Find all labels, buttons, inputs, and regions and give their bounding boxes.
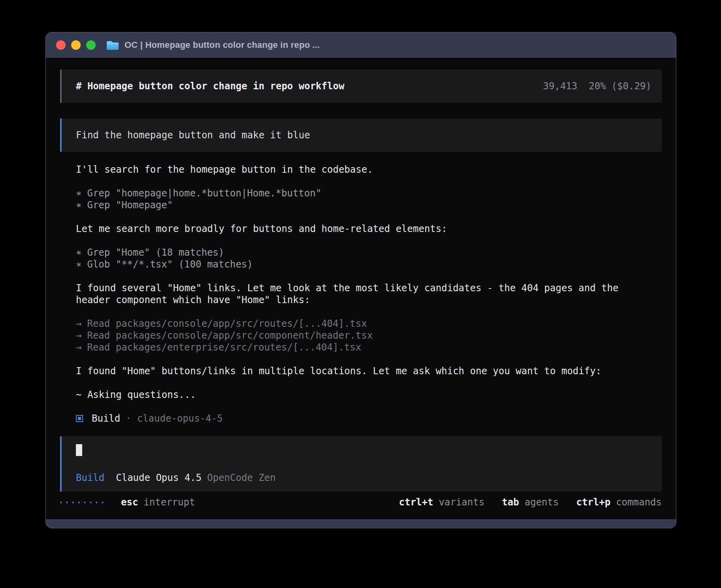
window-title: OC | Homepage button color change in rep…	[125, 40, 320, 50]
assistant-paragraph: I found "Home" buttons/links in multiple…	[76, 365, 624, 377]
assistant-paragraph: I'll search for the homepage button in t…	[76, 164, 624, 175]
dot-separator: ·	[126, 413, 131, 424]
tool-call-text: Grep "Homepage"	[87, 199, 173, 211]
hint-variants: ctrl+t variants	[399, 496, 484, 508]
hint-commands: ctrl+p commands	[576, 496, 662, 508]
hint-label: agents	[525, 496, 559, 508]
footer-right: ctrl+t variants tab agents ctrl+p comman…	[399, 496, 662, 508]
arrow-right-icon: →	[76, 330, 81, 341]
assistant-transcript: I'll search for the homepage button in t…	[60, 164, 662, 424]
session-stats: 39,413 20% ($0.29)	[543, 80, 651, 92]
desktop: OC | Homepage button color change in rep…	[0, 0, 721, 588]
read-file-group: → Read packages/console/app/src/routes/[…	[76, 318, 662, 353]
assistant-paragraph: Let me search more broadly for buttons a…	[76, 223, 624, 235]
agent-model: claude-opus-4-5	[137, 413, 223, 424]
asterisk-icon: ∗	[76, 199, 81, 211]
terminal: # Homepage button color change in repo w…	[46, 58, 676, 519]
tool-call-text: Glob "**/*.tsx" (100 matches)	[87, 258, 253, 270]
folder-icon	[106, 40, 119, 51]
read-file-text: Read packages/console/app/src/component/…	[87, 330, 372, 341]
text-cursor	[76, 444, 82, 456]
tool-call-group: ∗ Grep "Home" (18 matches) ∗ Glob "**/*.…	[76, 247, 662, 270]
user-message-text: Find the homepage button and make it blu…	[76, 130, 310, 141]
context-percent: 20%	[589, 80, 606, 92]
tool-call-text: Grep "Home" (18 matches)	[87, 247, 224, 258]
close-button[interactable]	[56, 40, 66, 50]
tool-call-text: Grep "homepage|home.*button|Home.*button…	[87, 187, 321, 199]
read-file-line: → Read packages/console/app/src/componen…	[76, 330, 662, 341]
asterisk-icon: ∗	[76, 247, 81, 258]
asterisk-icon: ∗	[76, 187, 81, 199]
prompt-input[interactable]: Build Claude Opus 4.5 OpenCode Zen	[60, 436, 662, 492]
titlebar: OC | Homepage button color change in rep…	[46, 32, 676, 58]
input-meta-row: Build Claude Opus 4.5 OpenCode Zen	[76, 472, 651, 484]
minimize-button[interactable]	[71, 40, 81, 50]
hint-interrupt: esc interrupt	[121, 496, 195, 508]
read-file-line: → Read packages/console/app/src/routes/[…	[76, 318, 662, 330]
mode-label: Build	[76, 472, 104, 484]
arrow-right-icon: →	[76, 341, 81, 353]
tool-call-group: ∗ Grep "homepage|home.*button|Home.*butt…	[76, 187, 662, 211]
session-header: # Homepage button color change in repo w…	[60, 70, 662, 103]
tool-call-line: ∗ Grep "Homepage"	[76, 199, 662, 211]
session-cost: ($0.29)	[612, 80, 651, 92]
arrow-right-icon: →	[76, 318, 81, 330]
build-mode-icon	[76, 415, 83, 422]
assistant-paragraph: I found several "Home" links. Let me loo…	[76, 282, 624, 306]
hint-label: interrupt	[143, 496, 195, 508]
zoom-button[interactable]	[86, 40, 96, 50]
footer-left: esc interrupt	[60, 496, 195, 508]
hint-key: ctrl+p	[576, 496, 611, 508]
app-window: OC | Homepage button color change in rep…	[45, 32, 676, 528]
session-title: # Homepage button color change in repo w…	[76, 80, 344, 92]
agent-status-row: Build · claude-opus-4-5	[76, 413, 662, 424]
working-status: ~ Asking questions...	[76, 389, 662, 401]
tool-call-line: ∗ Grep "homepage|home.*button|Home.*butt…	[76, 187, 662, 199]
hint-label: variants	[439, 496, 485, 508]
read-file-line: → Read packages/enterprise/src/routes/[.…	[76, 341, 662, 353]
tool-call-line: ∗ Glob "**/*.tsx" (100 matches)	[76, 258, 662, 270]
asterisk-icon: ∗	[76, 258, 81, 270]
token-count: 39,413	[543, 80, 578, 92]
model-label: Claude Opus 4.5	[116, 472, 202, 484]
tool-call-line: ∗ Grep "Home" (18 matches)	[76, 247, 662, 258]
hint-key: ctrl+t	[399, 496, 433, 508]
agent-name: Build	[92, 413, 120, 424]
status-footer: esc interrupt ctrl+t variants tab agents…	[60, 496, 662, 508]
spinner-dots-icon	[60, 501, 104, 503]
hint-key: esc	[121, 496, 138, 508]
read-file-text: Read packages/enterprise/src/routes/[...…	[87, 341, 361, 353]
hint-key: tab	[502, 496, 519, 508]
hint-label: commands	[616, 496, 662, 508]
user-message: Find the homepage button and make it blu…	[60, 119, 662, 152]
traffic-lights	[56, 40, 96, 50]
provider-label: OpenCode Zen	[207, 472, 276, 484]
hint-agents: tab agents	[502, 496, 559, 508]
read-file-text: Read packages/console/app/src/routes/[..…	[87, 318, 367, 330]
